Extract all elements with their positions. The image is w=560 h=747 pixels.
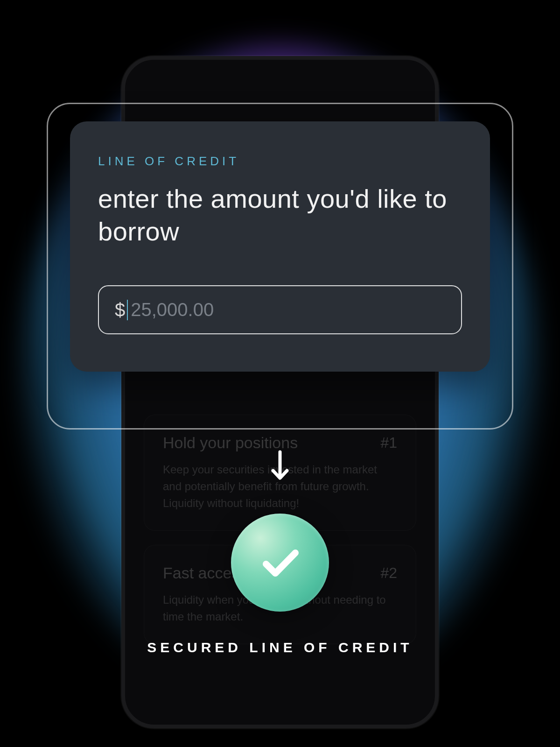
currency-symbol: $ (115, 299, 125, 320)
modal-eyebrow: LINE OF CREDIT (98, 154, 462, 169)
arrow-down-icon (268, 448, 292, 487)
checkmark-icon (254, 537, 306, 588)
text-caret (127, 300, 128, 320)
borrow-amount-modal: LINE OF CREDIT enter the amount you'd li… (70, 121, 490, 372)
amount-input[interactable]: $ 25,000.00 (98, 285, 462, 334)
secured-line-of-credit-label: SECURED LINE OF CREDIT (147, 640, 413, 655)
success-checkmark-badge (231, 514, 329, 612)
feature-number: #2 (380, 564, 397, 582)
feature-number: #1 (380, 434, 397, 451)
amount-placeholder: 25,000.00 (131, 299, 214, 320)
modal-title: enter the amount you'd like to borrow (98, 183, 462, 248)
